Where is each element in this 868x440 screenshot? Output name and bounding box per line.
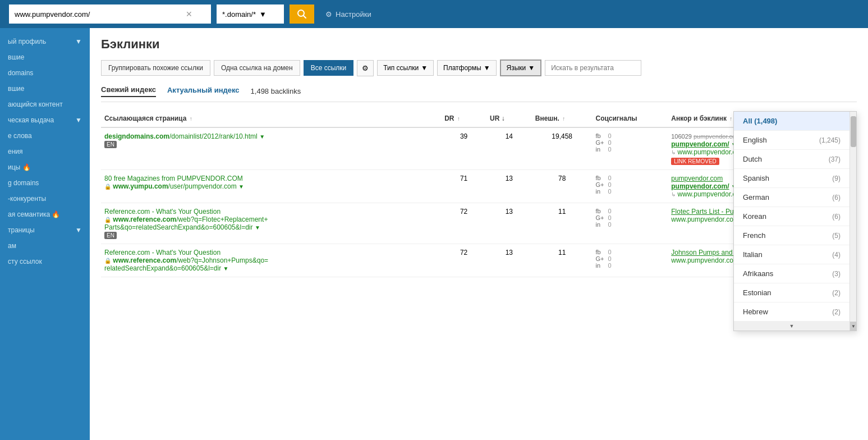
anchor-link2[interactable]: pumpvendor.com/ <box>671 182 729 190</box>
domain-link[interactable]: www.reference.com/web?q=Flotec+Replaceme… <box>104 216 268 231</box>
link-type-dropdown[interactable]: Тип ссылки ▼ <box>377 60 434 76</box>
chevron-down-icon: ▼ <box>484 64 490 72</box>
anchor-num: 106029 <box>671 133 694 140</box>
sidebar-item-linkgrowth[interactable]: сту ссылок <box>0 254 90 269</box>
lang-count: (3) <box>832 270 841 278</box>
dropdown-arrow-icon[interactable]: ▼ <box>259 134 265 140</box>
col-header-social: Соцсигналы <box>593 110 668 127</box>
sidebar-item-competitors[interactable]: -конкуренты <box>0 191 90 207</box>
group-similar-button[interactable]: Группировать похожие ссылки <box>101 60 210 76</box>
sidebar-item-profile[interactable]: ый профиль ▼ <box>0 34 90 49</box>
in-label: in <box>596 221 606 228</box>
mode-dropdown[interactable]: *.domain/* ▼ <box>217 4 284 24</box>
sidebar-item-pages3[interactable]: ицы 🔥 <box>0 159 90 175</box>
chevron-down-icon: ▼ <box>528 64 535 72</box>
domain-link[interactable]: www.reference.com/web?q=Johnson+Pumps&qo… <box>104 256 268 272</box>
settings-gear-button[interactable]: ⚙ <box>357 60 374 76</box>
settings-label: Настройки <box>336 10 371 19</box>
sidebar-item-recent1[interactable]: вшие <box>0 49 90 65</box>
lang-item-hebrew[interactable]: Hebrew (2) <box>734 302 849 322</box>
clear-url-icon[interactable]: ✕ <box>183 10 195 19</box>
tab-fresh-index[interactable]: Свежий индекс <box>101 85 156 97</box>
lang-item-english[interactable]: English (1,245) <box>734 131 849 150</box>
redirect-icon: ↳ <box>671 149 676 155</box>
cell-social: fb 0 G+ 0 in 0 <box>593 170 668 203</box>
lang-count: (1,245) <box>819 136 841 144</box>
languages-dropdown-button[interactable]: Языки ▼ <box>500 59 542 76</box>
sidebar-item-recent2[interactable]: вшие <box>0 81 90 97</box>
cell-ext: 78 <box>532 170 593 203</box>
url-search-wrapper: ✕ <box>9 4 211 24</box>
lang-item-italian[interactable]: Italian (4) <box>734 245 849 264</box>
sidebar-item-am[interactable]: ам <box>0 238 90 254</box>
sort-icon: ↑ <box>729 116 732 122</box>
url-input[interactable] <box>15 10 183 19</box>
lang-item-spanish[interactable]: Spanish (9) <box>734 169 849 188</box>
cell-social: fb 0 G+ 0 in 0 <box>593 203 668 244</box>
col-header-ur[interactable]: UR ↓ <box>486 110 532 127</box>
col-header-dr[interactable]: DR ↑ <box>441 110 486 127</box>
lang-count: (6) <box>832 194 841 201</box>
page-link[interactable]: Reference.com - What's Your Question <box>104 208 221 216</box>
sidebar-label: траницы <box>8 226 35 234</box>
sidebar-item-words[interactable]: е слова <box>0 128 90 144</box>
lang-count: (6) <box>832 213 841 221</box>
tab-live-index[interactable]: Актуальный индекс <box>167 86 240 97</box>
search-button[interactable] <box>290 4 314 24</box>
lang-count: (2) <box>832 308 841 316</box>
cell-ur: 14 <box>486 127 532 170</box>
sidebar-item-content[interactable]: ающийся контент <box>0 97 90 112</box>
platforms-dropdown[interactable]: Платформы ▼ <box>437 60 497 76</box>
lang-item-dutch[interactable]: Dutch (37) <box>734 150 849 169</box>
lang-name: Afrikaans <box>743 269 773 278</box>
scrollbar-thumb[interactable] <box>851 116 856 147</box>
sidebar-item-semantics[interactable]: ая семантика 🔥 <box>0 207 90 222</box>
page-link[interactable]: Reference.com - What's Your Question <box>104 249 221 256</box>
cell-ur: 13 <box>486 203 532 244</box>
anchor-link[interactable]: pumpvendor.com/ <box>671 140 729 148</box>
anchor-link[interactable]: pumpvendor.com <box>671 175 723 182</box>
gear-icon: ⚙ <box>325 10 332 19</box>
fb-label: fb <box>596 132 606 139</box>
gplus-count: 0 <box>608 139 612 146</box>
sidebar-item-pages2[interactable]: ения <box>0 144 90 159</box>
dropdown-arrow-icon[interactable]: ▼ <box>223 265 229 272</box>
sidebar-item-gdomains[interactable]: g domains <box>0 175 90 191</box>
lang-item-all[interactable]: All (1,498) <box>734 112 849 131</box>
scroll-down-arrow[interactable]: ▼ <box>850 322 857 331</box>
page-link[interactable]: 80 free Magazines from PUMPVENDOR.COM <box>104 175 243 182</box>
sidebar-label: ицы 🔥 <box>8 163 31 171</box>
lang-count: (2) <box>832 289 841 297</box>
top-bar: ✕ *.domain/* ▼ ⚙ Настройки <box>0 0 868 28</box>
lock-icon: 🔒 <box>104 217 111 223</box>
lang-item-french[interactable]: French (5) <box>734 226 849 245</box>
fb-count: 0 <box>608 175 612 181</box>
page-link[interactable]: designdomains.com/domainlist/2012/rank/1… <box>104 132 265 140</box>
domain-link[interactable]: www.yumpu.com/user/pumpvendor.com <box>113 182 236 190</box>
fb-label: fb <box>596 175 606 181</box>
svg-line-1 <box>304 16 306 19</box>
all-links-button[interactable]: Все ссылки <box>304 60 354 76</box>
mode-label: *.domain/* <box>222 10 256 19</box>
settings-button[interactable]: ⚙ Настройки <box>325 10 371 19</box>
index-tabs: Свежий индекс Актуальный индекс 1,498 ba… <box>101 85 857 102</box>
cell-dr: 71 <box>441 170 486 203</box>
scroll-down-button[interactable]: ▼ <box>734 322 849 331</box>
lang-item-estonian[interactable]: Estonian (2) <box>734 283 849 302</box>
chevron-icon: ▼ <box>75 116 82 124</box>
lang-item-korean[interactable]: Korean (6) <box>734 207 849 226</box>
col-header-ext[interactable]: Внешн. ↑ <box>532 110 593 127</box>
sidebar-item-pages4[interactable]: траницы ▼ <box>0 222 90 238</box>
lang-item-german[interactable]: German (6) <box>734 188 849 207</box>
lang-name: French <box>743 231 765 240</box>
search-results-input[interactable] <box>545 60 641 76</box>
lang-item-afrikaans[interactable]: Afrikaans (3) <box>734 264 849 283</box>
in-count: 0 <box>608 221 612 228</box>
fb-label: fb <box>596 249 606 255</box>
dropdown-arrow-icon[interactable]: ▼ <box>238 184 244 190</box>
cell-social: fb 0 G+ 0 in 0 <box>593 244 668 277</box>
sidebar-item-serp[interactable]: ческая выдача ▼ <box>0 112 90 128</box>
dropdown-arrow-icon[interactable]: ▼ <box>255 224 260 231</box>
one-per-domain-button[interactable]: Одна ссылка на домен <box>214 60 300 76</box>
sidebar-item-domains[interactable]: domains <box>0 65 90 81</box>
